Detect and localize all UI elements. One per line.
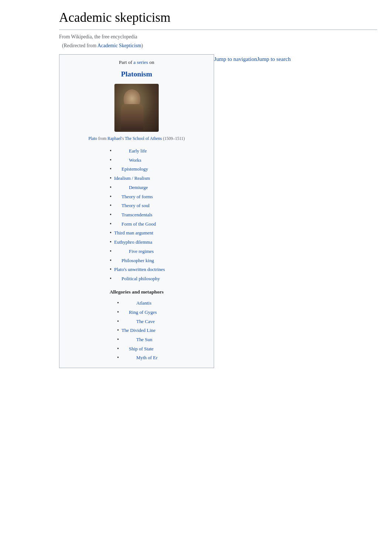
epistemology-link[interactable]: Epistemology (121, 166, 148, 172)
main-items-list: Early life Works Epistemology Idealism /… (108, 146, 165, 284)
jump-nav-link[interactable]: Jump to navigationJump to search (214, 56, 291, 62)
infobox-image (114, 84, 159, 132)
myth-of-er-link[interactable]: Myth of Er (136, 355, 158, 360)
ring-of-gyges-link[interactable]: Ring of Gyges (129, 309, 157, 315)
list-item: Philosopher king (108, 256, 165, 265)
list-item: Myth of Er (116, 353, 158, 362)
the-cave-link[interactable]: The Cave (136, 319, 155, 324)
list-item: Demiurge (108, 183, 165, 192)
list-item: Ship of State (116, 344, 158, 353)
allegories-header: Allegories and metaphors (65, 288, 209, 296)
redirect-note: (Redirected from Academic Skepticism) (59, 42, 377, 50)
infobox-part-of: Part of a series on (65, 58, 209, 66)
early-life-link[interactable]: Early life (129, 148, 147, 154)
list-item: Ring of Gyges (116, 308, 158, 316)
raphael-link[interactable]: Raphael (107, 136, 121, 141)
allegories-items-list: Atlantis Ring of Gyges The Cave The Divi… (116, 298, 158, 363)
theory-of-soul-link[interactable]: Theory of soul (121, 203, 149, 208)
platos-unwritten-doctrines-link[interactable]: Plato's unwritten doctrines (114, 267, 165, 272)
ship-of-state-link[interactable]: Ship of State (129, 346, 154, 351)
list-item: Idealism / Realism (108, 174, 165, 182)
list-item: Atlantis (116, 299, 158, 307)
five-regimes-link[interactable]: Five regimes (129, 248, 154, 254)
list-item: Theory of forms (108, 192, 165, 201)
euthyphro-dilemma-link[interactable]: Euthyphro dilemma (114, 239, 152, 245)
list-item: Plato's unwritten doctrines (108, 265, 165, 274)
school-of-athens-link[interactable]: The School of Athens (125, 136, 162, 141)
list-item: Epistemology (108, 165, 165, 173)
part-of-series-link[interactable]: a series (133, 59, 148, 65)
list-item: Early life (108, 147, 165, 155)
works-link[interactable]: Works (129, 157, 141, 163)
list-item: Five regimes (108, 247, 165, 255)
plato-link[interactable]: Plato (88, 136, 97, 141)
infobox-caption: Plato from Raphael's The School of Athen… (65, 135, 209, 141)
the-divided-line-link[interactable]: The Divided Line (121, 327, 155, 333)
form-of-the-good-link[interactable]: Form of the Good (121, 221, 156, 227)
page-title: Academic skepticism (59, 7, 377, 30)
page-container: Academic skepticism From Wikipedia, the … (0, 0, 392, 78)
allegories-link-list: Atlantis Ring of Gyges The Cave The Divi… (65, 298, 209, 363)
main-link-list: Early life Works Epistemology Idealism /… (65, 146, 209, 284)
list-item: Political philosophy (108, 274, 165, 283)
list-item: Euthyphro dilemma (108, 238, 165, 246)
list-item: Transcendentals (108, 210, 165, 219)
list-item: Form of the Good (108, 220, 165, 228)
political-philosophy-link[interactable]: Political philosophy (121, 276, 160, 281)
list-item: The Cave (116, 317, 158, 326)
idealism-realism-link[interactable]: Idealism / Realism (114, 175, 150, 181)
redirect-link[interactable]: Academic Skepticism (97, 43, 141, 48)
list-item: Theory of soul (108, 201, 165, 210)
list-item: Works (108, 156, 165, 164)
list-item: Third man argument (108, 229, 165, 237)
demiurge-link[interactable]: Demiurge (129, 185, 148, 190)
list-item: The Sun (116, 335, 158, 344)
list-item: The Divided Line (116, 326, 158, 334)
transcendentals-link[interactable]: Transcendentals (121, 212, 152, 217)
from-wikipedia: From Wikipedia, the free encyclopedia (59, 33, 377, 41)
infobox-title: Platonism (65, 68, 209, 80)
philosopher-king-link[interactable]: Philosopher king (121, 258, 154, 263)
the-sun-link[interactable]: The Sun (136, 337, 152, 342)
atlantis-link[interactable]: Atlantis (136, 300, 151, 306)
theory-of-forms-link[interactable]: Theory of forms (121, 194, 153, 199)
third-man-argument-link[interactable]: Third man argument (114, 230, 153, 236)
infobox: Part of a series on Platonism Plato from… (59, 54, 214, 368)
